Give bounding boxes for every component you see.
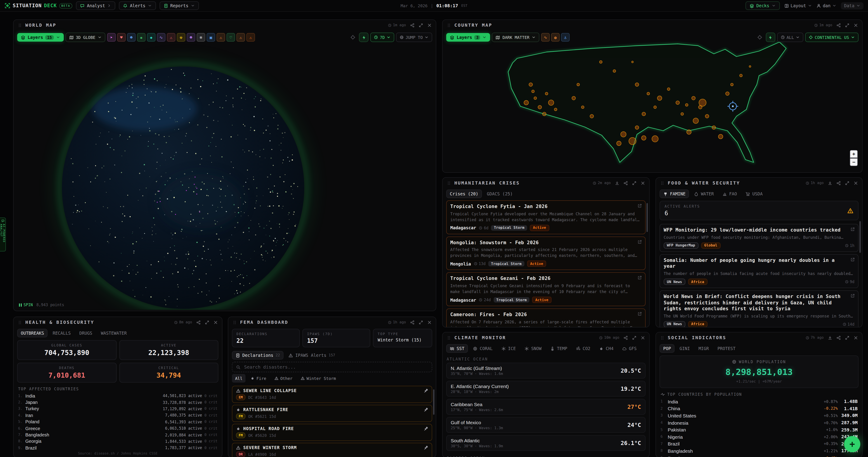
country-row[interactable]: 7. Bangladesh 2,019,884 active 0 crit <box>13 432 222 438</box>
search-input[interactable] <box>243 364 428 370</box>
population-row[interactable]: 3 United States +0.51% 349.0M <box>656 412 862 419</box>
drag-handle-icon[interactable] <box>660 335 664 340</box>
us-map-visualization[interactable] <box>442 30 862 172</box>
tab[interactable]: ICE <box>498 344 520 353</box>
layer-toggle-icon[interactable]: ∿ <box>541 33 550 41</box>
layer-toggle-icon[interactable]: ⚠ <box>167 33 176 41</box>
external-link-icon[interactable] <box>850 294 855 298</box>
layer-toggle-icon[interactable]: ☢ <box>177 33 185 41</box>
pin-icon[interactable] <box>424 407 428 412</box>
decks-button[interactable]: Decks <box>745 1 780 10</box>
tab[interactable]: SNOW <box>521 344 545 353</box>
crisis-card[interactable]: Tropical Cyclone Gezani - Feb 2026 Inten… <box>446 273 646 306</box>
add-panel-button[interactable]: + <box>844 436 860 452</box>
drag-handle-icon[interactable] <box>660 181 664 185</box>
jump-to-select[interactable]: JUMP TO <box>396 33 432 42</box>
expand-icon[interactable] <box>632 335 637 340</box>
population-row[interactable]: 2 China -0.22% 1.41B <box>656 405 862 412</box>
layer-toggle-icon[interactable]: ♡ <box>226 33 235 41</box>
share-icon[interactable] <box>410 23 414 27</box>
layers-button[interactable]: Layers 15 <box>17 33 64 41</box>
close-icon[interactable] <box>427 23 432 27</box>
filter-chip[interactable]: Winter Storm <box>298 374 339 383</box>
tab[interactable]: IPAWS Alerts157 <box>285 351 339 360</box>
tab[interactable]: POP <box>659 344 675 353</box>
external-link-icon[interactable] <box>850 227 855 232</box>
tab[interactable]: WASTEWATER <box>97 329 130 337</box>
expand-icon[interactable] <box>845 181 849 185</box>
zoom-in-button[interactable]: + <box>850 150 858 158</box>
share-icon[interactable] <box>623 181 628 185</box>
external-link-icon[interactable] <box>638 240 642 244</box>
tab[interactable]: GINI <box>676 344 693 353</box>
population-row[interactable]: 7 Brazil +0.35% 213.6M <box>656 440 862 447</box>
share-icon[interactable] <box>410 320 414 325</box>
zoom-out-button[interactable]: − <box>850 158 858 166</box>
tab[interactable]: USDA <box>742 189 766 198</box>
population-row[interactable]: 9 Russia -0.42% <box>656 455 862 457</box>
sst-station-row[interactable]: South Atlantic 30°S, 30°W · Waves: 1.9m … <box>446 435 646 451</box>
scrollbar[interactable] <box>433 389 434 415</box>
share-icon[interactable] <box>623 335 628 340</box>
tab[interactable]: PROTEST <box>714 344 739 353</box>
expand-icon[interactable] <box>205 320 209 325</box>
drag-handle-icon[interactable] <box>18 320 22 325</box>
filter-chip[interactable]: Other <box>271 374 296 383</box>
population-row[interactable]: 1 India +0.87% 1.48B <box>656 398 862 405</box>
crisis-card[interactable]: Mongolia: Snowstorm - Feb 2026 Affected … <box>446 236 646 270</box>
share-icon[interactable] <box>196 320 201 325</box>
sst-station-row[interactable]: Gulf of Mexico 25°N, 90°W · Waves: 1.3m … <box>446 417 646 433</box>
basemap-select[interactable]: DARK MATTER <box>492 33 539 42</box>
drag-handle-icon[interactable] <box>18 23 22 27</box>
analyst-button[interactable]: Analyst <box>76 1 116 10</box>
sst-station-row[interactable]: Caribbean Sea 17°N, 75°W · Waves: 2.6m 2… <box>446 399 646 415</box>
pin-icon[interactable] <box>424 426 428 431</box>
crisis-card[interactable]: Tropical Cyclone Fytia - Jan 2026 Tropic… <box>446 200 646 234</box>
close-icon[interactable] <box>213 320 218 325</box>
external-link-icon[interactable] <box>638 204 642 208</box>
tab[interactable]: DRUGS <box>76 329 96 337</box>
sst-station-row[interactable]: N. Atlantic (Gulf Stream) 35°N, 70°W · W… <box>446 363 646 378</box>
globe-visualization[interactable] <box>13 30 436 310</box>
external-link-icon[interactable] <box>850 257 855 262</box>
tab[interactable]: RECALLS <box>49 329 74 337</box>
country-row[interactable]: 8. Georgia 1,844,533 active 0 crit <box>13 438 222 445</box>
spin-toggle-button[interactable]: SPIN <box>19 303 33 307</box>
layer-toggle-icon[interactable]: ➤ <box>107 33 116 41</box>
share-icon[interactable] <box>836 335 841 340</box>
tab[interactable]: FAMINE <box>659 189 689 198</box>
drag-handle-icon[interactable] <box>447 181 451 185</box>
crisis-card[interactable]: Cameroon: Fires - Feb 2026 Affected On 7… <box>446 308 646 327</box>
layer-toggle-icon[interactable]: ⚠ <box>246 33 255 41</box>
basemap-select[interactable]: 3D GLOBE <box>65 33 105 42</box>
download-icon[interactable] <box>828 335 832 340</box>
country-row[interactable]: 2. Japan 33,728,878 active 0 crit <box>13 399 222 406</box>
tab[interactable]: Declarations22 <box>232 351 284 360</box>
news-card[interactable]: WFP Monitoring: 29 low/lower-middle inco… <box>659 224 859 252</box>
layers-button[interactable]: Layers 3 <box>446 33 490 41</box>
tab[interactable]: CORAL <box>469 344 496 353</box>
pin-icon[interactable] <box>424 388 428 393</box>
tab[interactable]: Crises (20) <box>446 189 482 198</box>
ai-analyst-side-tab[interactable]: AI-POWERED ANALYST <box>0 217 6 251</box>
time-range-select[interactable]: 7D <box>370 33 394 42</box>
disaster-card[interactable]: SEVERE WINTER STORM DR LA #4900 16d <box>232 443 432 457</box>
layout-button[interactable]: Layout <box>784 3 812 8</box>
tab[interactable]: GFS <box>618 344 640 353</box>
layer-toggle-icon[interactable]: ☻ <box>187 33 195 41</box>
layer-toggle-icon[interactable]: ▣ <box>207 33 215 41</box>
close-icon[interactable] <box>854 23 858 27</box>
country-row[interactable]: 3. Turkey 17,129,892 active 0 crit <box>13 406 222 412</box>
layer-toggle-icon[interactable]: ⚓ <box>561 33 569 41</box>
layer-toggle-icon[interactable]: ☻ <box>127 33 135 41</box>
population-row[interactable]: 8 Bangladesh +1.21% 177.8M <box>656 447 862 454</box>
news-card[interactable]: World News in Brief: Conflict deepens hu… <box>659 291 859 327</box>
download-icon[interactable] <box>828 181 832 185</box>
live-mode-button[interactable] <box>359 33 368 42</box>
country-row[interactable]: 9. Brazil 1,783,377 active 0 crit <box>13 445 222 450</box>
country-row[interactable]: 5. Poland 6,541,393 active 0 crit <box>13 419 222 425</box>
drag-handle-icon[interactable] <box>232 320 237 325</box>
country-row[interactable]: 1. India 44,501,823 active 0 crit <box>13 393 222 399</box>
scrollbar[interactable] <box>860 221 861 253</box>
data-menu[interactable]: Data <box>841 2 864 9</box>
